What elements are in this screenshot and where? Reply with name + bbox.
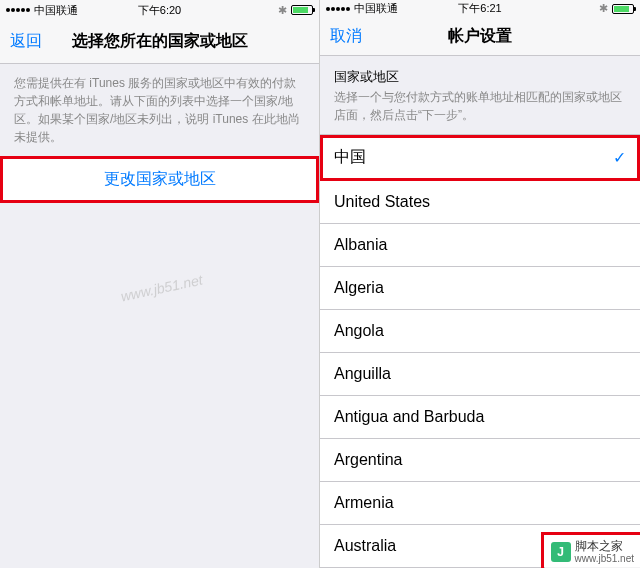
cancel-button[interactable]: 取消 [330, 26, 362, 47]
clock: 下午6:20 [138, 3, 181, 18]
section-description: 选择一个与您付款方式的账单地址相匹配的国家或地区店面，然后点击“下一步”。 [320, 88, 640, 134]
page-title: 选择您所在的国家或地区 [72, 31, 248, 52]
section-label: 国家或地区 [320, 56, 640, 88]
list-item[interactable]: Albania [320, 224, 640, 267]
footer-branding: J 脚本之家 www.jb51.net [545, 536, 640, 568]
change-region-button[interactable]: 更改国家或地区 [0, 156, 319, 203]
check-icon: ✓ [613, 148, 626, 167]
clock: 下午6:21 [458, 1, 501, 16]
brand-url: www.jb51.net [575, 553, 634, 564]
country-name: Albania [334, 236, 387, 254]
country-name: United States [334, 193, 430, 211]
description-text: 您需提供在有 iTunes 服务的国家或地区中有效的付款方式和帐单地址。请从下面… [0, 64, 319, 156]
country-name: Armenia [334, 494, 394, 512]
brand-name: 脚本之家 [575, 540, 634, 553]
carrier-label: 中国联通 [34, 3, 78, 18]
list-item[interactable]: Algeria [320, 267, 640, 310]
country-name: 中国 [334, 147, 366, 168]
nav-bar: 返回 选择您所在的国家或地区 [0, 20, 319, 64]
battery-icon [612, 4, 634, 14]
carrier-label: 中国联通 [354, 1, 398, 16]
signal-dots-icon [6, 8, 30, 12]
screen-left: 中国联通 下午6:20 ✱ 返回 选择您所在的国家或地区 您需提供在有 iTun… [0, 0, 320, 568]
list-item[interactable]: Antigua and Barbuda [320, 396, 640, 439]
status-bar: 中国联通 下午6:21 ✱ [320, 0, 640, 17]
brand-logo-icon: J [551, 542, 571, 562]
bluetooth-icon: ✱ [599, 2, 608, 15]
list-item[interactable]: Armenia [320, 482, 640, 525]
page-title: 帐户设置 [448, 26, 512, 47]
status-bar: 中国联通 下午6:20 ✱ [0, 0, 319, 20]
bluetooth-icon: ✱ [278, 4, 287, 17]
list-item[interactable]: Anguilla [320, 353, 640, 396]
signal-dots-icon [326, 7, 350, 11]
country-name: Angola [334, 322, 384, 340]
country-name: Anguilla [334, 365, 391, 383]
screen-right: 中国联通 下午6:21 ✱ 取消 帐户设置 国家或地区 选择一个与您付款方式的账… [320, 0, 640, 568]
nav-bar: 取消 帐户设置 [320, 17, 640, 56]
list-item-selected[interactable]: 中国 ✓ [320, 135, 640, 181]
country-name: Australia [334, 537, 396, 555]
country-name: Antigua and Barbuda [334, 408, 484, 426]
country-name: Argentina [334, 451, 403, 469]
battery-icon [291, 5, 313, 15]
list-item[interactable]: Argentina [320, 439, 640, 482]
list-item[interactable]: Angola [320, 310, 640, 353]
country-list: 中国 ✓ United States Albania Algeria Angol… [320, 134, 640, 568]
list-item[interactable]: United States [320, 181, 640, 224]
back-button[interactable]: 返回 [10, 31, 42, 52]
country-name: Algeria [334, 279, 384, 297]
